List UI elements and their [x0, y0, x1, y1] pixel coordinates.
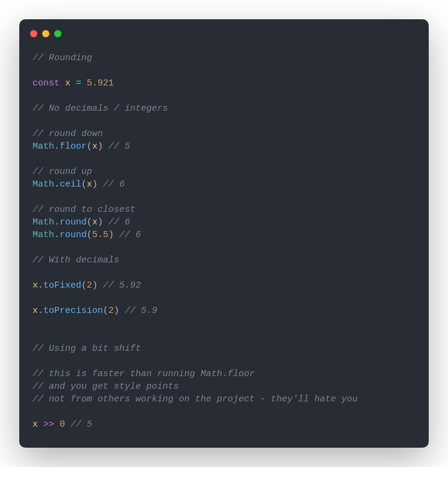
number-literal: 0 [60, 419, 65, 430]
comment-line: // No decimals / integers [33, 104, 168, 114]
comment-line: // round to closest [33, 205, 135, 215]
paren: ( [103, 306, 108, 316]
minimize-icon[interactable] [42, 30, 49, 37]
comment-line: // not from others working on the projec… [33, 394, 358, 404]
class-math: Math [33, 217, 54, 227]
paren: ) [92, 280, 98, 291]
dot: . [54, 217, 60, 227]
titlebar [19, 19, 429, 37]
method-round: round [60, 217, 87, 227]
var-x: x [92, 217, 98, 227]
comment-line: // this is faster than running Math.floo… [33, 369, 255, 379]
paren: ( [87, 217, 92, 227]
comment-inline: // 5 [108, 141, 130, 152]
comment-line: // round down [33, 129, 103, 139]
keyword-const: const [33, 78, 60, 88]
close-icon[interactable] [30, 30, 37, 37]
equals: = [76, 78, 81, 88]
operator-shift: >> [43, 419, 54, 430]
method-floor: floor [60, 141, 87, 152]
comment-inline: // 5 [70, 419, 92, 430]
comment-inline: // 5.9 [125, 306, 157, 316]
comment-line: // round up [33, 167, 92, 177]
number-literal: 2 [87, 280, 92, 291]
dot: . [54, 179, 60, 190]
dot: . [54, 230, 60, 240]
number-literal: 5.5 [92, 230, 108, 240]
comment-inline: // 6 [108, 217, 130, 227]
dot: . [38, 306, 43, 316]
dot: . [38, 280, 43, 291]
var-x: x [87, 179, 92, 190]
method-ceil: ceil [60, 179, 81, 190]
number-literal: 2 [108, 306, 114, 316]
var-x: x [92, 141, 98, 152]
comment-line: // and you get style points [33, 382, 179, 392]
class-math: Math [33, 141, 54, 152]
comment-line: // Using a bit shift [33, 344, 141, 354]
method-toprecision: toPrecision [43, 306, 103, 316]
paren: ( [87, 230, 92, 240]
paren: ( [81, 179, 87, 190]
paren: ) [98, 217, 103, 227]
comment-line: // With decimals [33, 255, 119, 265]
paren: ) [92, 179, 98, 190]
method-tofixed: toFixed [43, 280, 81, 291]
method-round: round [60, 230, 87, 240]
code-block: // Rounding const x = 5.921 // No decima… [19, 37, 429, 448]
comment-inline: // 6 [119, 230, 141, 240]
paren: ( [81, 280, 87, 291]
class-math: Math [33, 230, 54, 240]
comment-inline: // 5.92 [103, 280, 141, 291]
var-x: x [33, 419, 38, 430]
paren: ) [98, 141, 103, 152]
dot: . [54, 141, 60, 152]
class-math: Math [33, 179, 54, 190]
var-x: x [33, 306, 38, 316]
var-x: x [65, 78, 70, 88]
paren: ) [108, 230, 114, 240]
code-window: // Rounding const x = 5.921 // No decima… [19, 19, 429, 448]
paren: ( [87, 141, 92, 152]
paren: ) [114, 306, 119, 316]
maximize-icon[interactable] [54, 30, 61, 37]
comment-line: // Rounding [33, 53, 92, 63]
comment-inline: // 6 [103, 179, 125, 190]
var-x: x [33, 280, 38, 291]
number-literal: 5.921 [87, 78, 114, 88]
